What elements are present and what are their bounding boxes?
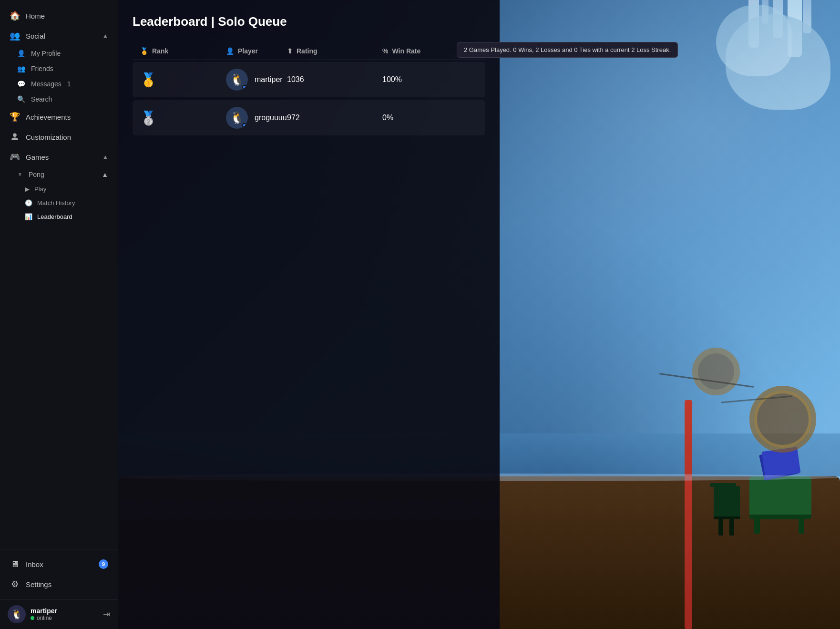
user-status: online: [31, 615, 98, 621]
player-martiper: 🐧 martiper: [226, 69, 287, 91]
search-icon: 🔍: [17, 95, 25, 103]
leaderboard-nav-label: Leaderboard: [37, 213, 72, 220]
sidebar-item-settings[interactable]: ⚙ Settings: [0, 574, 118, 594]
social-chevron: ▲: [102, 32, 108, 39]
match-history-icon: 🕐: [25, 199, 32, 206]
player-col-icon: 👤: [226, 47, 234, 55]
sidebar-item-games[interactable]: 🎮 Games ▲: [0, 147, 118, 167]
player-name-martiper: martiper: [255, 75, 283, 84]
sidebar-item-social-label: Social: [26, 32, 97, 40]
rank-col-label: Rank: [152, 47, 168, 55]
winrate-groguuuu: 0%: [382, 113, 478, 122]
settings-label: Settings: [26, 580, 108, 588]
user-avatar: 🐧: [8, 605, 26, 623]
achievements-label: Achievements: [26, 113, 108, 121]
sidebar-item-home[interactable]: 🏠 Home: [0, 6, 118, 26]
achievements-icon: 🏆: [10, 112, 20, 122]
col-rank: 🏅 Rank: [140, 47, 226, 55]
pong-chevron: ▲: [102, 171, 108, 178]
rating-groguuuu: 972: [287, 113, 382, 122]
player-avatar-martiper: 🐧: [226, 69, 248, 91]
friends-icon: 👥: [17, 65, 25, 72]
search-label: Search: [31, 95, 52, 103]
sidebar: 🏠 Home 👥 Social ▲ 👤 My Profile 👥 Friends…: [0, 0, 118, 629]
player-indicator-2: [242, 123, 247, 128]
col-player: 👤 Player: [226, 47, 287, 55]
rating-col-label: Rating: [297, 47, 318, 55]
social-icon: 👥: [10, 31, 20, 41]
sidebar-item-match-history[interactable]: 🕐 Match History: [0, 196, 118, 210]
winrate-col-icon: %: [382, 47, 388, 55]
sidebar-item-play[interactable]: ▶ Play: [0, 182, 118, 196]
tooltip-martiper: 2 Games Played. 0 Wins, 2 Losses and 0 T…: [457, 42, 678, 58]
sidebar-item-home-label: Home: [26, 12, 108, 20]
sidebar-item-inbox[interactable]: 🖥 Inbox 9: [0, 554, 118, 574]
inbox-badge: 9: [99, 559, 108, 569]
play-label: Play: [34, 186, 46, 193]
sidebar-item-my-profile[interactable]: 👤 My Profile: [0, 46, 118, 61]
sidebar-item-social[interactable]: 👥 Social ▲: [0, 26, 118, 46]
user-footer[interactable]: 🐧 martiper online ⇥: [0, 599, 118, 629]
user-name: martiper: [31, 607, 98, 615]
my-profile-label: My Profile: [31, 50, 61, 57]
logout-icon[interactable]: ⇥: [103, 609, 110, 619]
sidebar-bottom: 🖥 Inbox 9 ⚙ Settings: [0, 549, 118, 599]
leaderboard-icon: 📊: [25, 213, 32, 220]
player-groguuuu: 🐧 groguuuu: [226, 107, 287, 129]
gold-medal-icon: 🥇: [140, 72, 157, 88]
rating-martiper: 1036: [287, 75, 382, 84]
rank-1: 🥇: [140, 72, 226, 88]
sidebar-item-pong[interactable]: ⚬ Pong ▲: [0, 167, 118, 182]
messages-label: Messages: [31, 80, 61, 88]
panel-overlay: Leaderboard | Solo Queue 🏅 Rank 👤 Player…: [118, 0, 500, 629]
my-profile-icon: 👤: [17, 50, 25, 57]
inbox-label: Inbox: [26, 560, 93, 568]
pong-icon: ⚬: [17, 171, 23, 178]
inbox-icon: 🖥: [10, 559, 20, 569]
home-icon: 🏠: [10, 10, 20, 21]
sidebar-nav: 🏠 Home 👥 Social ▲ 👤 My Profile 👥 Friends…: [0, 0, 118, 549]
match-history-label: Match History: [37, 199, 75, 206]
customization-icon: [10, 132, 20, 142]
customization-label: Customization: [26, 133, 108, 141]
main-area: Leaderboard | Solo Queue 🏅 Rank 👤 Player…: [118, 0, 840, 629]
leaderboard-header: 🏅 Rank 👤 Player ⬆ Rating % Win Rate: [133, 42, 485, 60]
friends-label: Friends: [31, 65, 53, 72]
messages-icon: 💬: [17, 80, 25, 88]
play-icon: ▶: [25, 186, 30, 193]
rating-col-icon: ⬆: [287, 47, 293, 55]
leaderboard-row-2[interactable]: 🥈 🐧 groguuuu 972 0%: [133, 100, 485, 135]
winrate-martiper: 100%: [382, 75, 478, 84]
sidebar-item-search[interactable]: 🔍 Search: [0, 92, 118, 107]
player-name-groguuuu: groguuuu: [255, 113, 287, 122]
page-title: Leaderboard | Solo Queue: [133, 14, 485, 29]
silver-medal-icon: 🥈: [140, 110, 157, 126]
games-icon: 🎮: [10, 152, 20, 162]
sidebar-item-messages[interactable]: 💬 Messages 1: [0, 76, 118, 92]
status-dot: [31, 616, 34, 620]
winrate-col-label: Win Rate: [392, 47, 420, 55]
games-chevron: ▲: [102, 154, 108, 160]
rank-col-icon: 🏅: [140, 47, 148, 55]
pong-label: Pong: [29, 171, 44, 178]
games-label: Games: [26, 153, 97, 161]
user-info: martiper online: [31, 607, 98, 621]
player-indicator: [242, 85, 247, 90]
settings-icon: ⚙: [10, 579, 20, 589]
rank-2: 🥈: [140, 110, 226, 126]
status-label: online: [37, 615, 52, 621]
leaderboard-row-1[interactable]: 🥇 🐧 martiper 1036 100% 2 Games Played. 0…: [133, 62, 485, 97]
sidebar-item-customization[interactable]: Customization: [0, 127, 118, 147]
sidebar-item-friends[interactable]: 👥 Friends: [0, 61, 118, 76]
sidebar-item-achievements[interactable]: 🏆 Achievements: [0, 107, 118, 127]
player-avatar-groguuuu: 🐧: [226, 107, 248, 129]
sidebar-item-leaderboard[interactable]: 📊 Leaderboard: [0, 210, 118, 224]
player-col-label: Player: [238, 47, 258, 55]
messages-badge: 1: [67, 80, 71, 88]
col-rating: ⬆ Rating: [287, 47, 382, 55]
